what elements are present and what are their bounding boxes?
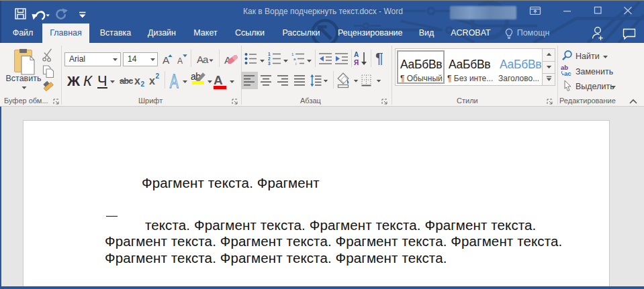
svg-text:1: 1 — [268, 52, 271, 56]
svg-text:А: А — [354, 51, 359, 58]
svg-text:a: a — [293, 57, 296, 61]
svg-text:Я: Я — [354, 59, 359, 66]
svg-text:3: 3 — [268, 61, 271, 65]
svg-text:ac: ac — [564, 70, 571, 76]
svg-text:2: 2 — [268, 56, 271, 61]
svg-text:i: i — [295, 62, 296, 65]
svg-text:1: 1 — [291, 52, 294, 56]
